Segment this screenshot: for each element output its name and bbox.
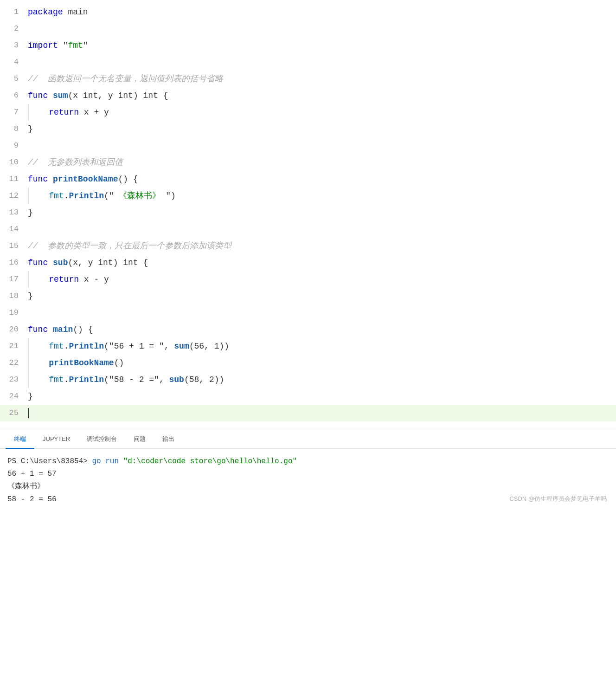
line-19: 19 — [0, 304, 616, 321]
line-number-18: 18 — [0, 288, 28, 304]
line-number-16: 16 — [0, 254, 28, 271]
line-number-8: 8 — [0, 121, 28, 137]
line-number-24: 24 — [0, 388, 28, 405]
line-content-5: // 函数返回一个无名变量，返回值列表的括号省略 — [28, 71, 616, 87]
line-number-9: 9 — [0, 137, 28, 154]
token: return — [49, 108, 79, 117]
indent-bar — [28, 355, 49, 371]
line-13: 13} — [0, 204, 616, 221]
line-number-3: 3 — [0, 37, 28, 54]
token: ("58 - 2 =", — [104, 375, 169, 384]
line-number-5: 5 — [0, 71, 28, 87]
token: (x, y — [68, 258, 98, 267]
terminal-line-1: PS C:\Users\83854> go run "d:\coder\code… — [7, 455, 609, 468]
token: sum — [53, 91, 68, 100]
line-15: 15// 参数的类型一致，只在最后一个参数后添加该类型 — [0, 238, 616, 254]
line-9: 9 — [0, 137, 616, 154]
line-21: 21 fmt.Println("56 + 1 = ", sum(56, 1)) — [0, 338, 616, 355]
token: printBookName — [49, 358, 114, 368]
indent-bar — [28, 104, 49, 121]
line-content-12: fmt.Println(" 《森林书》 ") — [28, 188, 616, 204]
token: (58, 2)) — [184, 375, 224, 384]
token: Println — [69, 375, 104, 384]
tab-问题[interactable]: 问题 — [125, 430, 154, 449]
line-number-21: 21 — [0, 338, 28, 355]
token: func — [28, 258, 48, 267]
terminal-output-1: 56 + 1 = 57 — [7, 468, 609, 480]
tabs-bar: 终端JUPYTER调试控制台问题输出 — [0, 430, 616, 449]
token: func — [28, 91, 48, 100]
token: int — [118, 91, 133, 100]
token: fmt — [49, 342, 64, 351]
indent-bar — [28, 371, 49, 388]
token: 《森林书》 — [114, 191, 166, 201]
line-number-2: 2 — [0, 20, 28, 37]
token: int — [98, 258, 113, 267]
token: (56, 1)) — [189, 342, 229, 351]
line-content-7: return x + y — [28, 104, 616, 121]
line-16: 16func sub(x, y int) int { — [0, 254, 616, 271]
line-3: 3import "fmt" — [0, 37, 616, 54]
line-23: 23 fmt.Println("58 - 2 =", sub(58, 2)) — [0, 371, 616, 388]
token — [48, 91, 53, 100]
token: ) — [113, 258, 123, 267]
token: () { — [73, 325, 93, 334]
line-18: 18} — [0, 288, 616, 304]
token — [48, 258, 53, 267]
token: sub — [53, 258, 68, 267]
tab-输出[interactable]: 输出 — [154, 430, 183, 449]
token: . — [64, 375, 69, 384]
token — [48, 325, 53, 334]
token: } — [28, 392, 33, 401]
line-content-13: } — [28, 204, 616, 221]
token: () { — [118, 175, 138, 184]
token — [48, 175, 53, 184]
terminal-prompt: PS C:\Users\83854> — [7, 457, 88, 466]
line-number-22: 22 — [0, 355, 28, 371]
line-number-14: 14 — [0, 221, 28, 238]
line-content-17: return x - y — [28, 271, 616, 288]
line-number-13: 13 — [0, 204, 28, 221]
line-content-11: func printBookName() { — [28, 171, 616, 188]
token: , y — [98, 91, 118, 100]
token: main — [53, 325, 73, 334]
line-content-15: // 参数的类型一致，只在最后一个参数后添加该类型 — [28, 238, 616, 254]
line-number-19: 19 — [0, 304, 28, 321]
indent-bar — [28, 338, 49, 355]
line-25: 25 — [0, 405, 616, 421]
token: Println — [69, 191, 104, 201]
token: package — [28, 7, 63, 17]
token: " — [83, 41, 88, 50]
line-content-1: package main — [28, 4, 616, 20]
token: // 无参数列表和返回值 — [28, 158, 123, 167]
line-11: 11func printBookName() { — [0, 171, 616, 188]
token: fmt — [68, 41, 83, 50]
line-number-10: 10 — [0, 154, 28, 171]
line-2: 2 — [0, 20, 616, 37]
line-10: 10// 无参数列表和返回值 — [0, 154, 616, 171]
terminal-path: "d:\coder\code store\go\hello\hello.go" — [123, 457, 297, 466]
tab-调试控制台[interactable]: 调试控制台 — [78, 430, 125, 449]
token: sub — [169, 375, 184, 384]
token: fmt — [49, 191, 64, 201]
line-content-22: printBookName() — [28, 355, 616, 371]
token: Println — [69, 342, 104, 351]
line-content-24: } — [28, 388, 616, 405]
token: . — [64, 342, 69, 351]
token: // 参数的类型一致，只在最后一个参数后添加该类型 — [28, 241, 231, 251]
tab-终端[interactable]: 终端 — [6, 430, 34, 449]
token: x - y — [79, 275, 109, 284]
token: func — [28, 175, 48, 184]
code-lines: 1package main23import "fmt"45// 函数返回一个无名… — [0, 0, 616, 425]
tab-JUPYTER[interactable]: JUPYTER — [34, 430, 78, 449]
line-6: 6func sum(x int, y int) int { — [0, 87, 616, 104]
line-17: 17 return x - y — [0, 271, 616, 288]
line-7: 7 return x + y — [0, 104, 616, 121]
token: } — [28, 124, 33, 134]
line-number-25: 25 — [0, 405, 28, 421]
token: . — [64, 191, 69, 201]
line-12: 12 fmt.Println(" 《森林书》 ") — [0, 188, 616, 204]
token: fmt — [49, 375, 64, 384]
bottom-panel: 终端JUPYTER调试控制台问题输出 PS C:\Users\83854> go… — [0, 430, 616, 512]
token: import — [28, 41, 58, 50]
